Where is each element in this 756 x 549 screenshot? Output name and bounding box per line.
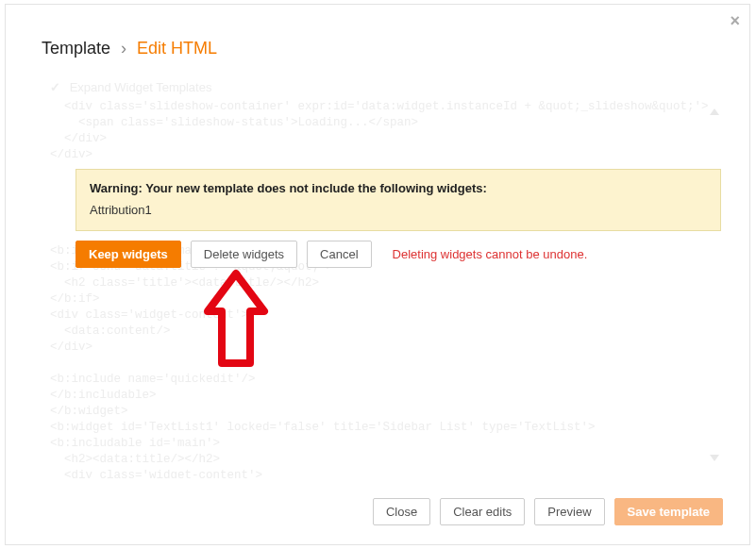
breadcrumb-root: Template	[42, 39, 110, 58]
warning-title: Warning: Your new template does not incl…	[90, 181, 707, 195]
html-editor[interactable]: <div class='slideshow-container' expr:id…	[50, 99, 723, 478]
expand-label: Expand Widget Templates	[70, 80, 212, 94]
chevron-right-icon: ›	[121, 39, 126, 58]
save-template-button[interactable]: Save template	[614, 498, 723, 525]
cancel-button[interactable]: Cancel	[307, 241, 371, 268]
clear-edits-button[interactable]: Clear edits	[440, 498, 525, 525]
scroll-up-icon[interactable]	[710, 108, 719, 115]
close-icon[interactable]: ×	[730, 12, 740, 29]
delete-warning-text: Deleting widgets cannot be undone.	[393, 247, 588, 261]
expand-widget-templates[interactable]: ✓ Expand Widget Templates	[50, 80, 211, 94]
close-button[interactable]: Close	[373, 498, 430, 525]
warning-item: Attribution1	[90, 203, 707, 217]
dialog-footer: Close Clear edits Preview Save template	[373, 498, 723, 525]
breadcrumb-leaf: Edit HTML	[137, 39, 217, 58]
preview-button[interactable]: Preview	[534, 498, 604, 525]
dialog-frame: × Template › Edit HTML ✓ Expand Widget T…	[5, 4, 750, 545]
scroll-down-icon[interactable]	[710, 455, 719, 461]
keep-widgets-button[interactable]: Keep widgets	[76, 241, 181, 268]
breadcrumb: Template › Edit HTML	[42, 39, 217, 58]
delete-widgets-button[interactable]: Delete widgets	[191, 241, 297, 268]
warning-panel: Warning: Your new template does not incl…	[76, 169, 721, 231]
warning-actions: Keep widgets Delete widgets Cancel Delet…	[76, 241, 587, 268]
check-icon: ✓	[50, 80, 60, 94]
